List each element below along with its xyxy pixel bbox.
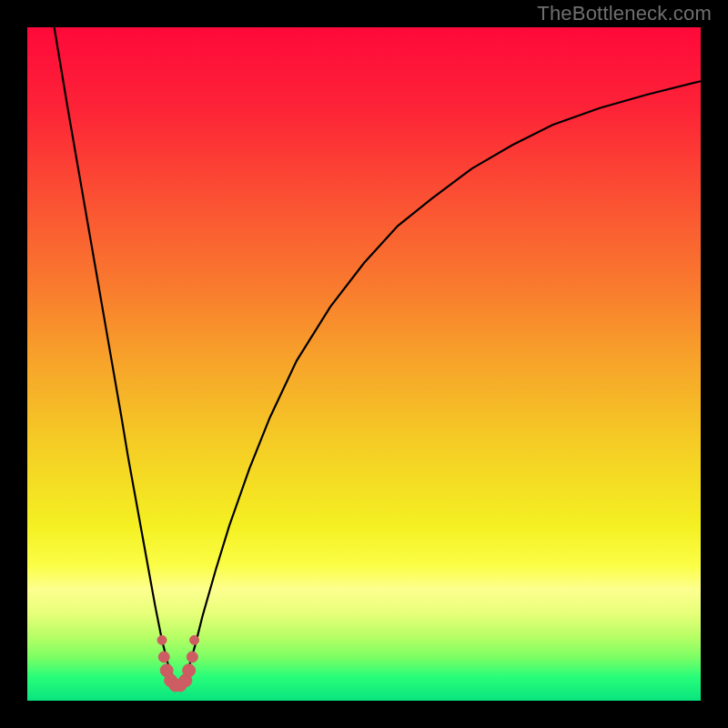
- optimum-marker: [187, 652, 197, 662]
- chart-frame: TheBottleneck.com: [0, 0, 728, 728]
- bottleneck-curve-chart: [0, 0, 728, 728]
- optimum-marker: [183, 664, 196, 677]
- optimum-marker: [190, 635, 199, 644]
- optimum-marker: [157, 635, 167, 644]
- watermark-text: TheBottleneck.com: [537, 2, 712, 25]
- optimum-marker: [158, 652, 169, 662]
- plot-area: [27, 27, 701, 701]
